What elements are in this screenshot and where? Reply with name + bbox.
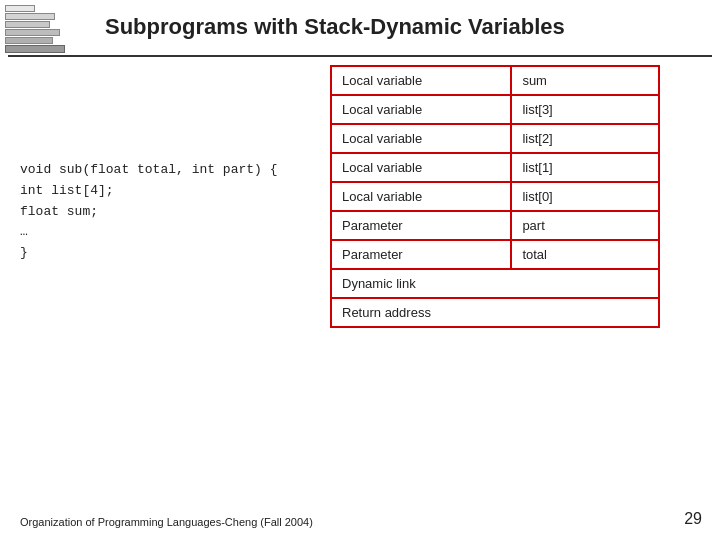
stack-diagram: Local variablesumLocal variablelist[3]Lo… (330, 65, 660, 328)
stack-label-cell: Local variable (331, 95, 511, 124)
page-title: Subprograms with Stack-Dynamic Variables (105, 14, 565, 40)
code-line-2: int list[4]; (20, 181, 277, 202)
book-spine-4 (5, 29, 60, 36)
code-block: void sub(float total, int part) { int li… (20, 160, 277, 264)
book-spine-2 (5, 13, 55, 20)
code-line-5: } (20, 243, 277, 264)
stack-value-cell: list[3] (511, 95, 659, 124)
book-spine-1 (5, 5, 35, 12)
stack-row: Dynamic link (331, 269, 659, 298)
code-line-4: … (20, 222, 277, 243)
stack-value-cell: list[2] (511, 124, 659, 153)
stack-label-cell: Local variable (331, 153, 511, 182)
stack-label-cell: Local variable (331, 66, 511, 95)
stack-value-cell: sum (511, 66, 659, 95)
stack-row: Local variablelist[2] (331, 124, 659, 153)
stack-row: Local variablesum (331, 66, 659, 95)
stack-label-cell: Return address (331, 298, 659, 327)
stack-row: Local variablelist[1] (331, 153, 659, 182)
code-line-3: float sum; (20, 202, 277, 223)
stack-row: Parameterpart (331, 211, 659, 240)
stack-label-cell: Parameter (331, 240, 511, 269)
page-number: 29 (684, 510, 702, 528)
stack-table: Local variablesumLocal variablelist[3]Lo… (330, 65, 660, 328)
code-line-1: void sub(float total, int part) { (20, 160, 277, 181)
footer-text: Organization of Programming Languages-Ch… (20, 516, 313, 528)
stack-label-cell: Local variable (331, 182, 511, 211)
book-logo (5, 5, 90, 55)
book-cover (5, 45, 65, 53)
stack-label-cell: Parameter (331, 211, 511, 240)
stack-row: Return address (331, 298, 659, 327)
title-divider (8, 55, 712, 57)
stack-value-cell: total (511, 240, 659, 269)
stack-value-cell: list[1] (511, 153, 659, 182)
stack-row: Local variablelist[3] (331, 95, 659, 124)
stack-label-cell: Dynamic link (331, 269, 659, 298)
stack-value-cell: part (511, 211, 659, 240)
book-spine-3 (5, 21, 50, 28)
stack-row: Parametertotal (331, 240, 659, 269)
stack-row: Local variablelist[0] (331, 182, 659, 211)
book-spine-5 (5, 37, 53, 44)
stack-label-cell: Local variable (331, 124, 511, 153)
stack-value-cell: list[0] (511, 182, 659, 211)
